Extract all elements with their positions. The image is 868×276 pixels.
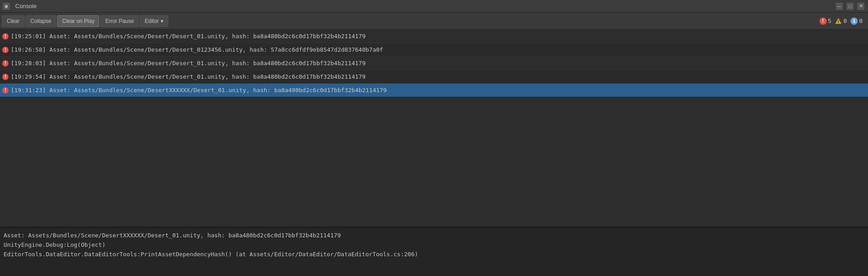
svg-text:!: ! — [838, 19, 839, 24]
log-entry[interactable]: ! [19:26:58] Asset: Assets/Bundles/Scene… — [0, 43, 868, 57]
detail-line-1: Asset: Assets/Bundles/Scene/DesertXXXXXX… — [4, 231, 864, 240]
toolbar-badges: ! 5 ! 0 i 0 — [820, 18, 866, 25]
detail-line-3: EditorTools.DataEditor.DataEditorTools:P… — [4, 250, 864, 259]
log-error-icon: ! — [2, 46, 9, 53]
collapse-button[interactable]: Collapse — [26, 15, 57, 27]
error-pause-button[interactable]: Error Pause — [100, 15, 139, 27]
toolbar-buttons: Clear Collapse Clear on Play Error Pause… — [2, 15, 168, 27]
log-entry-selected[interactable]: ! [19:31:23] Asset: Assets/Bundles/Scene… — [0, 84, 868, 97]
log-text: [19:25:01] Asset: Assets/Bundles/Scene/D… — [11, 33, 366, 40]
close-button[interactable]: ✕ — [857, 3, 864, 10]
title-bar: ▦ Console ─ □ ✕ — [0, 0, 868, 13]
log-entry[interactable]: ! [19:28:03] Asset: Assets/Bundles/Scene… — [0, 57, 868, 70]
warning-count: 0 — [843, 18, 847, 24]
chevron-down-icon: ▾ — [161, 18, 163, 24]
log-text: [19:28:03] Asset: Assets/Bundles/Scene/D… — [11, 60, 366, 67]
maximize-button[interactable]: □ — [846, 3, 854, 10]
log-area[interactable]: ! [19:25:01] Asset: Assets/Bundles/Scene… — [0, 30, 868, 227]
log-error-icon: ! — [2, 60, 9, 67]
log-entry[interactable]: ! [19:25:01] Asset: Assets/Bundles/Scene… — [0, 30, 868, 43]
warning-icon: ! — [835, 18, 842, 25]
info-badge[interactable]: i 0 — [850, 18, 863, 25]
error-badge[interactable]: ! 5 — [820, 18, 832, 25]
log-error-icon: ! — [2, 33, 9, 40]
error-count: 5 — [828, 18, 832, 24]
info-icon: i — [850, 18, 858, 25]
toolbar: Clear Collapse Clear on Play Error Pause… — [0, 13, 868, 30]
editor-button[interactable]: Editor ▾ — [140, 15, 168, 27]
minimize-button[interactable]: ─ — [836, 3, 843, 10]
warning-badge[interactable]: ! 0 — [835, 18, 847, 25]
log-text: [19:26:58] Asset: Assets/Bundles/Scene/D… — [11, 46, 383, 53]
detail-panel: Asset: Assets/Bundles/Scene/DesertXXXXXX… — [0, 227, 868, 276]
title-bar-right: ─ □ ✕ — [836, 3, 868, 10]
clear-on-play-button[interactable]: Clear on Play — [57, 15, 99, 27]
log-text: [19:29:54] Asset: Assets/Bundles/Scene/D… — [11, 73, 366, 80]
title-bar-left: ▦ Console — [0, 3, 40, 10]
console-window: ▦ Console ─ □ ✕ Clear Collapse Clear on … — [0, 0, 868, 276]
log-text: [19:31:23] Asset: Assets/Bundles/Scene/D… — [11, 87, 386, 93]
log-error-icon: ! — [2, 87, 9, 94]
window-title: Console — [12, 3, 40, 9]
log-error-icon: ! — [2, 73, 9, 80]
info-count: 0 — [859, 18, 863, 24]
console-icon: ▦ — [3, 3, 10, 10]
error-icon: ! — [820, 18, 827, 25]
log-entry[interactable]: ! [19:29:54] Asset: Assets/Bundles/Scene… — [0, 70, 868, 84]
detail-line-2: UnityEngine.Debug:Log(Object) — [4, 240, 864, 250]
clear-button[interactable]: Clear — [2, 15, 25, 27]
